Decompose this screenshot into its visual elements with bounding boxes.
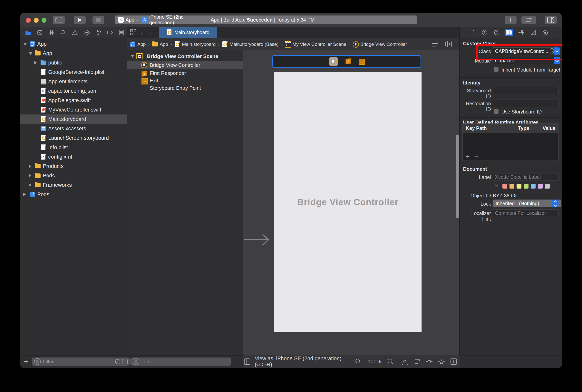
disclosure-down-icon[interactable] [23,43,27,46]
navigator-tab-source-control-navigator[interactable] [34,27,46,38]
recent-files-icon[interactable] [115,359,120,364]
disclosure-right-icon[interactable] [34,61,37,65]
close-button[interactable] [26,18,31,23]
inspector-toggle-button[interactable] [545,16,557,24]
library-button[interactable] [505,16,517,24]
navigator-tab-breakpoint-navigator[interactable] [104,27,116,38]
swatch-6[interactable] [545,184,550,188]
lock-popup[interactable]: Inherited - (Nothing) [493,200,561,207]
source-control-filter-icon[interactable] [122,359,127,364]
zoom-out-button[interactable] [355,358,361,365]
breadcrumb-item-main-storyboard[interactable]: Main.storyboard [174,41,216,47]
editor-options-button[interactable] [431,41,438,48]
dock-view-controller-icon[interactable] [329,57,338,66]
swatch-0[interactable] [503,184,507,188]
related-items-button[interactable] [130,29,136,36]
remove-attribute-button[interactable]: − [475,152,479,160]
disclosure-down-icon[interactable] [28,52,32,55]
outline-toggle-button[interactable] [244,358,250,365]
disclosure-down-icon[interactable] [130,55,134,58]
file-row-main-storyboard[interactable]: Main.storyboard [20,114,127,124]
outline-filter-field[interactable]: ☰ Filter [130,358,231,366]
inspector-tab-attributes-inspector[interactable] [517,27,525,38]
swatch-none[interactable]: ✕ [494,183,499,189]
navigator-tab-report-navigator[interactable] [116,27,127,38]
file-row-pods[interactable]: Pods [20,190,127,199]
inspector-tab-history-inspector[interactable] [480,27,489,38]
forward-button[interactable]: › [149,30,151,36]
outline-row-bridge-view-controller-scene[interactable]: Bridge View Controller Scene [127,52,243,61]
file-row-public[interactable]: public [20,58,127,68]
inspector-tab-file-inspector[interactable] [468,27,477,38]
outline-row-first-responder[interactable]: 1First Responder [127,70,243,77]
localizer-hint-field[interactable]: Comment For Localizer [493,209,559,217]
outline-row-bridge-view-controller[interactable]: Bridge View Controller [127,61,243,70]
outline-row-storyboard-entry-point[interactable]: →Storyboard Entry Point [127,84,243,92]
disclosure-right-icon[interactable] [23,192,26,196]
scheme-selector[interactable]: ✕ App › A iPhone SE (2nd generation) [115,16,208,24]
file-row-config-xml[interactable]: />config.xml [20,152,127,162]
swatch-1[interactable] [510,184,514,188]
lock-stepper[interactable] [552,200,559,207]
add-attribute-button[interactable]: + [466,152,470,160]
run-button[interactable] [74,16,86,24]
breadcrumb-item-app[interactable]: App [130,41,146,47]
file-row-frameworks[interactable]: Frameworks [20,180,127,190]
file-row-capacitor-config-json[interactable]: ⚙capacitor.config.json [20,86,127,96]
storyboard-id-field[interactable] [493,87,559,94]
resolve-autolayout-button[interactable] [438,359,445,364]
navigator-toggle-button[interactable] [53,16,65,24]
breadcrumb-item-bridge-view-controller[interactable]: Bridge View Controller [353,41,407,47]
tab-main-storyboard[interactable]: Main.storyboard [159,27,217,38]
dock-first-responder-icon[interactable]: 1 [346,58,351,64]
navigator-tab-project-navigator[interactable] [22,27,34,38]
file-row-app[interactable]: App [20,48,127,58]
storyboard-entry-point-arrow[interactable] [243,233,275,246]
file-row-app-entitlements[interactable]: App.entitlements [20,77,127,86]
disclosure-right-icon[interactable] [28,164,31,168]
zoom-in-button[interactable] [387,358,394,365]
file-row-app[interactable]: App [20,39,127,48]
file-row-info-plist[interactable]: Info.plist [20,143,127,152]
disclosure-right-icon[interactable] [28,174,31,178]
add-editor-button[interactable] [445,41,452,48]
navigator-tab-debug-navigator[interactable] [92,27,104,38]
navigator-tab-test-navigator[interactable] [81,27,92,38]
restoration-id-field[interactable] [493,100,559,107]
storyboard-canvas[interactable]: 1 → Bridge View Controller [243,50,460,355]
dock-exit-icon[interactable]: → [359,58,365,64]
navigator-filter-field[interactable]: ☰ Filter [32,358,130,366]
swatch-3[interactable] [524,184,529,188]
canvas-scrollbar[interactable] [456,135,459,218]
zoom-button[interactable] [41,18,46,23]
navigator-tab-issue-navigator[interactable] [69,27,81,38]
file-row-assets-xcassets[interactable]: Assets.xcassets [20,124,127,133]
add-file-button[interactable]: + [24,358,28,365]
breadcrumb-item-app[interactable]: App [152,41,168,47]
inspector-tab-quick-help-inspector[interactable]: ? [493,27,501,38]
embed-button[interactable] [451,358,457,365]
swatch-2[interactable] [517,184,522,188]
file-row-pods[interactable]: Pods [20,171,127,180]
swatch-4[interactable] [531,184,536,188]
inspector-tab-connections-inspector[interactable] [541,27,550,38]
stop-button[interactable] [92,16,104,24]
file-row-myviewcontroller-swift[interactable]: MyViewController.swift [20,105,127,114]
minimize-button[interactable] [34,18,38,23]
editor-inspector-divider[interactable] [459,27,460,368]
file-row-products[interactable]: Products [20,162,127,171]
use-storyboard-id-checkbox[interactable] [494,109,499,114]
align-button[interactable] [414,359,420,364]
inspector-tab-identity-inspector[interactable] [505,27,513,38]
back-button[interactable]: ‹ [141,30,143,36]
bridge-view-controller-view[interactable]: Bridge View Controller [274,72,422,332]
add-constraints-button[interactable] [426,358,433,365]
file-row-launchscreen-storyboard[interactable]: LaunchScreen.storyboard [20,133,127,143]
breadcrumb-item-my-view-controller-scene[interactable]: My View Controller Scene [285,41,346,47]
breadcrumb-item-main-storyboard-base-[interactable]: Main.storyboard (Base) [222,41,278,47]
zoom-level[interactable]: 100% [368,359,381,365]
inherit-module-checkbox[interactable] [494,67,499,72]
file-row-appdelegate-swift[interactable]: AppDelegate.swift [20,96,127,105]
version-editor-button[interactable] [522,16,536,24]
adjust-variants-button[interactable] [402,358,408,365]
